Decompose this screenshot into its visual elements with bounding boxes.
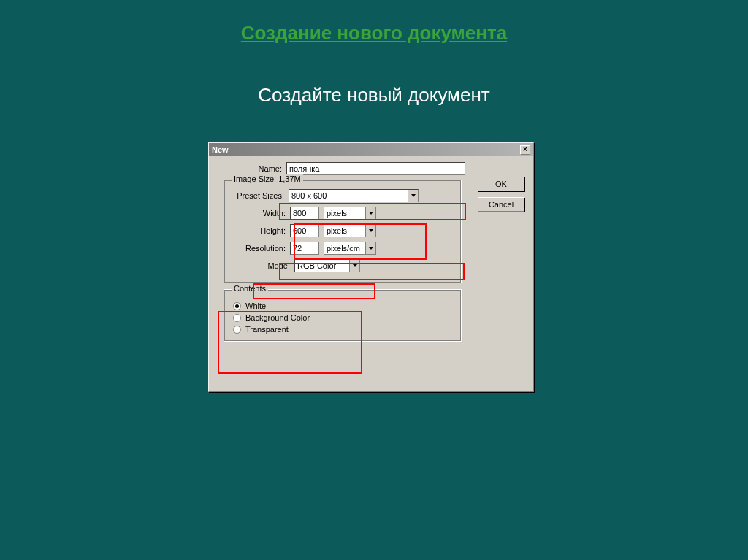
preset-row: Preset Sizes: 800 x 600 (230, 189, 455, 202)
slide-subtitle: Создайте новый документ (0, 84, 748, 107)
new-document-dialog: New × Name: Image Size: 1,37M Preset Siz… (208, 142, 534, 392)
contents-white-label: White (245, 302, 266, 310)
highlight-preset (279, 203, 466, 220)
highlight-dimensions (294, 223, 427, 260)
preset-label: Preset Sizes: (230, 191, 289, 200)
contents-white-option[interactable]: White (233, 302, 455, 310)
resolution-label: Resolution: (239, 244, 290, 253)
name-label: Name: (244, 164, 286, 173)
slide-title: Создание нового документа (0, 22, 748, 45)
image-size-legend: Image Size: 1,37M (232, 174, 303, 183)
height-label: Height: (251, 226, 290, 235)
ok-button[interactable]: OK (478, 177, 524, 191)
preset-value: 800 x 600 (291, 191, 327, 200)
preset-select[interactable]: 800 x 600 (289, 189, 419, 202)
dialog-title: New (212, 145, 229, 154)
highlight-mode (253, 283, 375, 299)
name-row: Name: (244, 162, 527, 175)
highlight-resolution (279, 263, 465, 280)
dialog-titlebar: New × (209, 143, 533, 156)
radio-icon (233, 302, 241, 310)
chevron-down-icon (408, 190, 418, 202)
close-button[interactable]: × (520, 145, 530, 155)
name-input[interactable] (286, 162, 465, 175)
cancel-button[interactable]: Cancel (478, 197, 524, 212)
highlight-contents (218, 311, 362, 374)
